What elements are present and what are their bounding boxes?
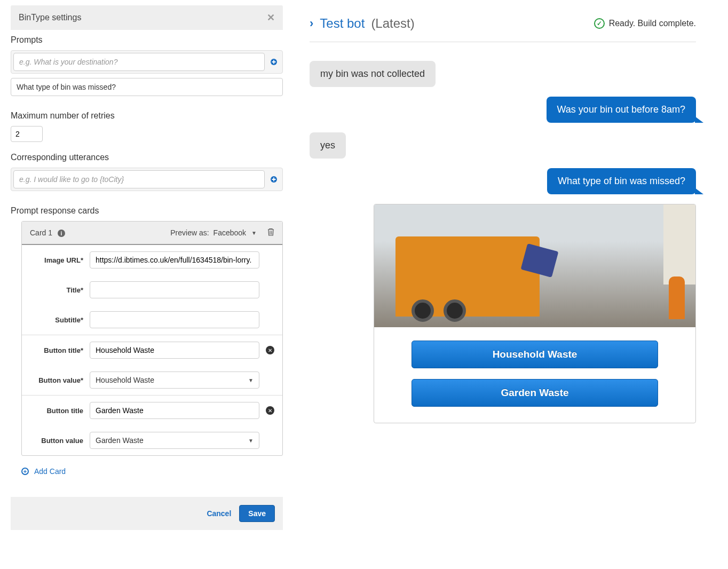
- settings-header: BinType settings ✕: [11, 5, 283, 30]
- utterances-add-row: [11, 168, 283, 191]
- button1-value-text: Household Waste: [96, 376, 154, 384]
- remove-button1-icon[interactable]: ✕: [266, 346, 274, 354]
- status-group: ✓ Ready. Build complete.: [594, 18, 696, 29]
- plus-circle-icon: +: [21, 468, 29, 475]
- remove-button2-icon[interactable]: ✕: [266, 406, 274, 415]
- card-buttons: Household Waste Garden Waste: [374, 327, 695, 423]
- utterances-new-input[interactable]: [13, 170, 265, 188]
- retries-input[interactable]: [11, 126, 43, 142]
- test-bot-suffix: (Latest): [371, 16, 414, 31]
- button2-title-label: Button title: [30, 407, 83, 415]
- prompt-item-row: [11, 78, 283, 96]
- chat-bubble: What type of bin was missed?: [547, 168, 696, 194]
- footer-actions: Cancel Save: [11, 497, 283, 530]
- status-text: Ready. Build complete.: [609, 19, 696, 28]
- settings-title: BinType settings: [19, 13, 81, 22]
- title-input[interactable]: [90, 281, 259, 298]
- prompts-add-row: [11, 50, 283, 74]
- subtitle-label: Subtitle*: [30, 316, 83, 324]
- cancel-button[interactable]: Cancel: [207, 509, 231, 518]
- button2-value-text: Garden Waste: [96, 436, 144, 445]
- add-utterance-icon[interactable]: [267, 173, 280, 186]
- chevron-down-icon: ▼: [248, 438, 254, 444]
- image-url-input[interactable]: [90, 251, 259, 268]
- test-title-group: › Test bot (Latest): [310, 16, 415, 31]
- test-header: › Test bot (Latest) ✓ Ready. Build compl…: [310, 16, 696, 42]
- add-card-label: Add Card: [34, 467, 66, 476]
- preview-as-select[interactable]: Facebook ▼: [213, 228, 257, 237]
- close-icon[interactable]: ✕: [267, 12, 275, 23]
- title-label: Title*: [30, 286, 83, 294]
- chat-bubble: Was your bin out before 8am?: [547, 97, 696, 123]
- chevron-right-icon[interactable]: ›: [310, 17, 313, 30]
- response-cards-label: Prompt response cards: [11, 206, 283, 216]
- button2-title-input[interactable]: [90, 402, 259, 419]
- chat-message-bot: Was your bin out before 8am?: [310, 97, 696, 123]
- add-card-row: + Add Card: [11, 456, 283, 481]
- retries-label: Maximum number of retries: [11, 111, 283, 121]
- card-title-text: Card 1: [30, 228, 52, 237]
- settings-panel: BinType settings ✕ Prompts Maximum numbe…: [0, 0, 294, 569]
- chat-bubble: yes: [310, 132, 346, 159]
- button1-value-row: Button value* Household Waste ▼: [22, 365, 282, 395]
- test-bot-link[interactable]: Test bot: [320, 16, 365, 31]
- chevron-down-icon: ▼: [251, 230, 257, 236]
- button1-value-select[interactable]: Household Waste ▼: [90, 372, 259, 389]
- card-button-household[interactable]: Household Waste: [412, 341, 658, 368]
- response-cards-section: Prompt response cards Card 1 i Preview a…: [11, 201, 283, 486]
- card-button-garden[interactable]: Garden Waste: [412, 379, 658, 407]
- prompts-section: Prompts: [11, 30, 283, 106]
- card-image: [374, 204, 695, 327]
- button2-value-label: Button value: [30, 437, 83, 445]
- add-card-link[interactable]: + Add Card: [21, 467, 66, 476]
- button1-title-label: Button title*: [30, 346, 83, 354]
- prompts-label: Prompts: [11, 35, 283, 45]
- utterances-section: Corresponding utterances: [11, 147, 283, 201]
- button1-value-label: Button value*: [30, 376, 83, 384]
- chat-bubble: my bin was not collected: [310, 61, 436, 87]
- image-url-label: Image URL*: [30, 256, 83, 264]
- chevron-down-icon: ▼: [248, 377, 254, 383]
- chat-message-user: yes: [310, 132, 696, 159]
- chat-message-user: my bin was not collected: [310, 61, 696, 87]
- test-panel: › Test bot (Latest) ✓ Ready. Build compl…: [294, 0, 728, 569]
- subtitle-input[interactable]: [90, 311, 259, 328]
- trash-icon[interactable]: [267, 228, 274, 238]
- card-body: Image URL* Title* Subtitle*: [22, 245, 282, 455]
- chat-message-bot: What type of bin was missed?: [310, 168, 696, 194]
- button2-value-row: Button value Garden Waste ▼: [22, 425, 282, 455]
- image-url-row: Image URL*: [22, 245, 282, 275]
- button2-title-row: Button title ✕: [22, 395, 282, 425]
- save-button[interactable]: Save: [239, 505, 275, 522]
- info-icon[interactable]: i: [58, 230, 65, 237]
- card-header: Card 1 i Preview as: Facebook ▼: [22, 222, 282, 245]
- prompts-new-input[interactable]: [13, 53, 265, 71]
- card-title: Card 1 i: [30, 228, 65, 238]
- prompt-item-input[interactable]: [11, 78, 283, 96]
- retries-section: Maximum number of retries: [11, 106, 283, 147]
- title-row: Title*: [22, 275, 282, 305]
- preview-as-label: Preview as:: [170, 228, 209, 237]
- add-prompt-icon[interactable]: [267, 56, 280, 68]
- chat-response-card: Household Waste Garden Waste: [374, 204, 696, 423]
- button1-title-row: Button title* ✕: [22, 335, 282, 365]
- response-card: Card 1 i Preview as: Facebook ▼ Image UR…: [21, 221, 283, 456]
- button1-title-input[interactable]: [90, 342, 259, 359]
- subtitle-row: Subtitle*: [22, 305, 282, 335]
- chat-area: my bin was not collected Was your bin ou…: [310, 56, 696, 429]
- button2-value-select[interactable]: Garden Waste ▼: [90, 432, 259, 449]
- preview-as-value: Facebook: [213, 228, 246, 237]
- utterances-label: Corresponding utterances: [11, 153, 283, 162]
- check-circle-icon: ✓: [594, 18, 605, 29]
